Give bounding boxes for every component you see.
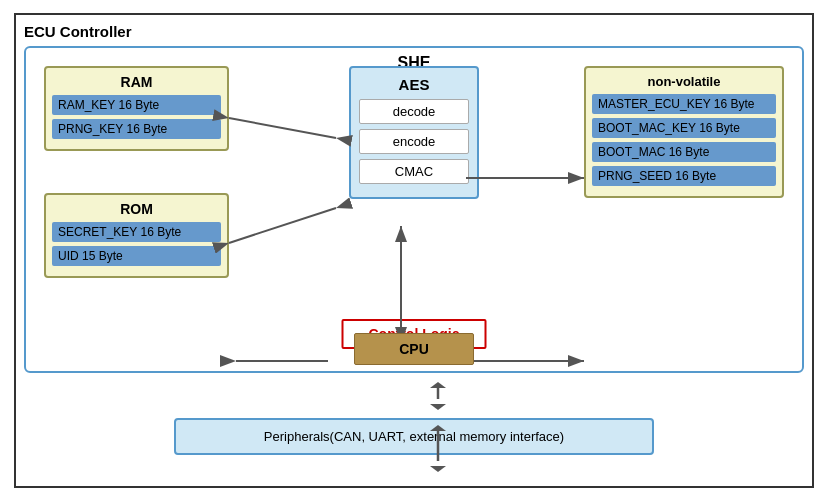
peripherals-label: Peripherals(CAN, UART, external memory i… [264, 429, 564, 444]
nv-key-2: BOOT_MAC_KEY 16 Byte [592, 118, 776, 138]
rom-title: ROM [52, 201, 221, 217]
svg-line-5 [229, 208, 336, 243]
aes-decode: decode [359, 99, 469, 124]
nv-key-3: BOOT_MAC 16 Byte [592, 142, 776, 162]
diagram-title: ECU Controller [24, 23, 804, 40]
aes-encode: encode [359, 129, 469, 154]
ecu-inner-box: SHE RAM RAM_KEY 16 Byte PRNG_KEY 16 Byte… [24, 46, 804, 373]
nv-key-1: MASTER_ECU_KEY 16 Byte [592, 94, 776, 114]
ram-box: RAM RAM_KEY 16 Byte PRNG_KEY 16 Byte [44, 66, 229, 151]
cpu-box: CPU [354, 333, 474, 365]
ram-key-2: PRNG_KEY 16 Byte [52, 119, 221, 139]
cpu-label: CPU [399, 341, 429, 357]
svg-marker-14 [430, 404, 446, 410]
rom-key-2: UID 15 Byte [52, 246, 221, 266]
aes-cmac: CMAC [359, 159, 469, 184]
aes-box: AES decode encode CMAC [349, 66, 479, 199]
ram-title: RAM [52, 74, 221, 90]
rom-key-1: SECRET_KEY 16 Byte [52, 222, 221, 242]
svg-marker-13 [430, 382, 446, 388]
main-content: SHE RAM RAM_KEY 16 Byte PRNG_KEY 16 Byte… [24, 46, 804, 473]
nv-title: non-volatile [592, 74, 776, 89]
svg-line-4 [229, 118, 336, 138]
non-volatile-box: non-volatile MASTER_ECU_KEY 16 Byte BOOT… [584, 66, 784, 198]
ram-key-1: RAM_KEY 16 Byte [52, 95, 221, 115]
aes-title: AES [359, 76, 469, 93]
peripherals-box: Peripherals(CAN, UART, external memory i… [174, 418, 654, 455]
svg-marker-17 [430, 466, 446, 472]
ecu-controller-diagram: ECU Controller SHE RAM RAM_KEY 16 Byte P… [14, 13, 814, 488]
nv-key-4: PRNG_SEED 16 Byte [592, 166, 776, 186]
rom-box: ROM SECRET_KEY 16 Byte UID 15 Byte [44, 193, 229, 278]
